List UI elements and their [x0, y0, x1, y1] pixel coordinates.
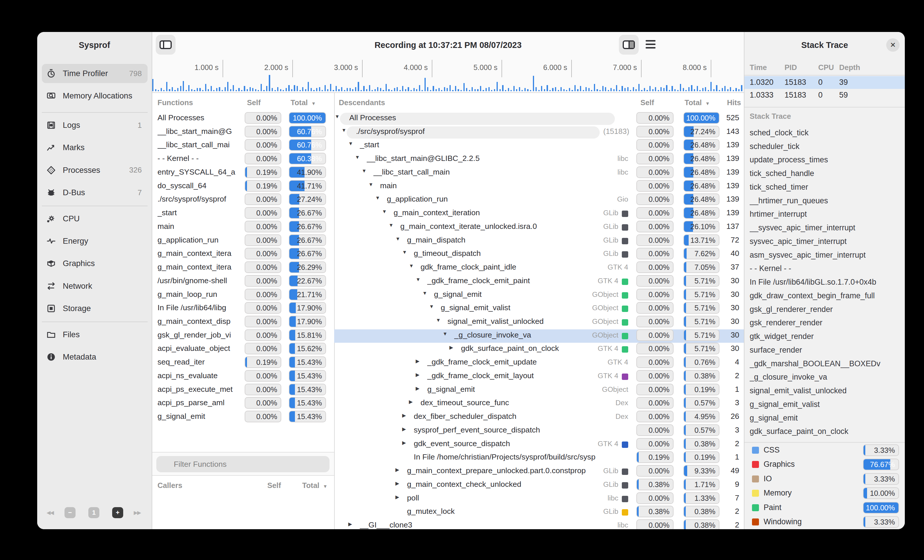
descendants-self-header[interactable]: Self — [640, 93, 654, 112]
expander-down-icon[interactable]: ▼ — [382, 209, 387, 215]
sidebar-item-files[interactable]: Files — [42, 325, 148, 344]
function-row[interactable]: entry_SYSCALL_64_a0.19%41.90% — [152, 166, 334, 180]
stack-frame[interactable]: gsk_renderer_render — [750, 318, 903, 332]
function-row[interactable]: acpi_ns_evaluate0.00%15.43% — [152, 370, 334, 384]
expander-right-icon[interactable]: ▶ — [416, 385, 419, 392]
function-row[interactable]: acpi_ps_parse_aml0.00%15.43% — [152, 397, 334, 411]
function-row[interactable]: acpi_ps_execute_met0.00%15.43% — [152, 384, 334, 397]
stack-sample-row[interactable]: 1.033315183059 — [744, 89, 905, 102]
function-row[interactable]: __libc_start_main@G0.00%60.76% — [152, 126, 334, 139]
right-panel-toggle-button[interactable] — [619, 35, 639, 55]
expander-right-icon[interactable]: ▶ — [396, 494, 399, 500]
tree-row[interactable]: ▶dex_timeout_source_funcDex0.00%0.57%3 — [334, 397, 744, 411]
tree-row[interactable]: ▶sysprof_perf_event_source_dispatch0.00%… — [334, 424, 744, 438]
expander-right-icon[interactable]: ▶ — [449, 344, 453, 350]
time-column-header[interactable]: Time — [750, 60, 767, 75]
function-row[interactable]: g_main_context_itera0.00%26.67% — [152, 248, 334, 261]
stack-frame[interactable]: - - Kernel - - — [750, 264, 903, 278]
stack-frame[interactable]: tick_sched_timer — [750, 183, 903, 196]
expander-down-icon[interactable]: ▼ — [355, 154, 360, 160]
stack-sample-row[interactable]: 1.032015183039 — [744, 76, 905, 89]
callers-column-header[interactable]: Callers — [158, 476, 182, 495]
function-row[interactable]: acpi_evaluate_object0.00%15.62% — [152, 343, 334, 356]
zoom-in-button[interactable]: + — [112, 507, 123, 518]
stack-frame[interactable]: hrtimer_interrupt — [750, 210, 903, 223]
tree-row[interactable]: ▶_gdk_frame_clock_emit_layoutGTK 40.00%0… — [334, 370, 744, 384]
sidebar-item-time-profiler[interactable]: Time Profiler798 — [42, 64, 148, 83]
tree-row[interactable]: ▼gdk_frame_clock_paint_idleGTK 40.00%7.0… — [334, 261, 744, 275]
functions-self-header[interactable]: Self — [247, 93, 261, 112]
tree-row[interactable]: ▶g_main_context_check_unlockedGLib0.38%1… — [334, 479, 744, 492]
descendants-column-header[interactable]: Descendants — [339, 93, 385, 112]
sidebar-toggle-button[interactable] — [156, 35, 176, 55]
pid-column-header[interactable]: PID — [784, 60, 797, 75]
expander-right-icon[interactable]: ▶ — [402, 440, 406, 446]
stack-frame[interactable]: __hrtimer_run_queues — [750, 196, 903, 210]
expander-right-icon[interactable]: ▶ — [348, 521, 352, 527]
function-row[interactable]: /usr/bin/gnome-shell0.00%22.67% — [152, 275, 334, 289]
stack-frame[interactable]: gdk_draw_context_begin_frame_full — [750, 291, 903, 305]
stack-frame[interactable]: g_signal_emit_valist — [750, 400, 903, 413]
first-page-button[interactable]: ◀◀ — [43, 507, 57, 518]
tree-row[interactable]: ▼g_timeout_dispatchGLib0.00%7.62%40 — [334, 248, 744, 261]
expander-down-icon[interactable]: ▼ — [402, 250, 407, 255]
function-row[interactable]: seq_read_iter0.19%15.43% — [152, 356, 334, 370]
tree-row[interactable]: ▼signal_emit_valist_unlockedGObject0.00%… — [334, 316, 744, 329]
tree-row[interactable]: ▶gdk_event_source_dispatchGTK 40.00%0.38… — [334, 438, 744, 452]
callers-self-header[interactable]: Self — [267, 476, 281, 495]
expander-right-icon[interactable]: ▶ — [396, 481, 399, 487]
expander-right-icon[interactable]: ▶ — [416, 358, 419, 364]
function-row[interactable]: ./src/sysprof/sysprof0.00%27.24% — [152, 193, 334, 207]
tree-row[interactable]: ▼__libc_start_call_mainlibc0.00%26.48%13… — [334, 166, 744, 180]
sidebar-item-d-bus[interactable]: D-Bus7 — [42, 183, 148, 202]
sidebar-item-storage[interactable]: Storage — [42, 299, 148, 318]
stack-frame[interactable]: g_signal_emit — [750, 413, 903, 427]
function-row[interactable]: In File /usr/lib64/libg0.00%17.90% — [152, 302, 334, 316]
function-row[interactable]: do_syscall_640.19%41.71% — [152, 180, 334, 194]
function-row[interactable]: g_application_run0.00%26.67% — [152, 234, 334, 248]
expander-down-icon[interactable]: ▼ — [369, 182, 374, 188]
tree-row[interactable]: In File /home/christian/Projects/sysprof… — [334, 451, 744, 465]
stack-frame[interactable]: gdk_surface_paint_on_clock — [750, 427, 903, 441]
sidebar-item-network[interactable]: Network — [42, 277, 148, 296]
tree-row[interactable]: ▶g_signal_emitGObject0.00%0.19%1 — [334, 384, 744, 397]
expander-down-icon[interactable]: ▼ — [416, 277, 420, 283]
sidebar-item-memory-allocations[interactable]: Memory Allocations — [42, 86, 148, 105]
close-icon[interactable]: ✕ — [886, 38, 900, 52]
function-row[interactable]: __libc_start_call_mai0.00%60.76% — [152, 139, 334, 153]
expander-right-icon[interactable]: ▶ — [402, 412, 406, 419]
sidebar-item-marks[interactable]: Marks — [42, 138, 148, 157]
stack-frame[interactable]: gsk_gl_renderer_render — [750, 305, 903, 319]
filter-functions-input[interactable] — [156, 456, 330, 472]
stack-frame[interactable]: sched_clock_tick — [750, 129, 903, 142]
page-indicator[interactable]: 1 — [88, 507, 99, 518]
tree-row[interactable]: ▼_start0.00%26.48%139 — [334, 139, 744, 153]
functions-total-header[interactable]: Total▼ — [291, 93, 316, 112]
expander-down-icon[interactable]: ▼ — [396, 236, 400, 242]
tree-row[interactable]: ▼g_signal_emitGObject0.00%5.71%30 — [334, 289, 744, 302]
stack-frame[interactable]: gtk_widget_render — [750, 332, 903, 346]
expander-down-icon[interactable]: ▼ — [389, 223, 394, 228]
functions-column-header[interactable]: Functions — [158, 93, 193, 112]
function-row[interactable]: All Processes0.00%100.00% — [152, 112, 334, 126]
tree-row[interactable]: ▼g_main_dispatchGLib0.00%13.71%72 — [334, 234, 744, 248]
function-row[interactable]: g_main_context_disp0.00%17.90% — [152, 316, 334, 329]
tree-row[interactable]: ▶_gdk_frame_clock_emit_updateGTK 40.00%0… — [334, 356, 744, 370]
expander-right-icon[interactable]: ▶ — [416, 372, 419, 378]
expander-down-icon[interactable]: ▼ — [335, 114, 340, 120]
stack-frame[interactable]: __sysvec_apic_timer_interrupt — [750, 223, 903, 237]
stack-frame[interactable]: sysvec_apic_timer_interrupt — [750, 237, 903, 251]
stack-frame[interactable]: _g_closure_invoke_va — [750, 373, 903, 386]
callers-total-header[interactable]: Total▼ — [302, 476, 327, 495]
sidebar-item-processes[interactable]: Processes326 — [42, 161, 148, 180]
tree-row[interactable]: ▼All Processes0.00%100.00%525 — [334, 112, 744, 126]
tree-row[interactable]: ▼g_application_runGio0.00%26.48%139 — [334, 193, 744, 207]
timeline-ruler[interactable]: 1.000 s2.000 s3.000 s4.000 s5.000 s6.000… — [152, 58, 744, 93]
tree-row[interactable]: ▶dex_fiber_scheduler_dispatchDex0.00%4.9… — [334, 411, 744, 424]
sidebar-item-cpu[interactable]: CPU — [42, 209, 148, 228]
function-row[interactable]: g_main_context_itera0.00%26.29% — [152, 261, 334, 275]
last-page-button[interactable]: ▶▶ — [130, 507, 144, 518]
function-row[interactable]: g_signal_emit0.00%15.43% — [152, 411, 334, 424]
stack-frame[interactable]: In File /usr/lib64/libGL.so.1.7.0+0x4b — [750, 278, 903, 291]
tree-row[interactable]: ▶g_main_context_prepare_unlocked.part.0.… — [334, 465, 744, 479]
